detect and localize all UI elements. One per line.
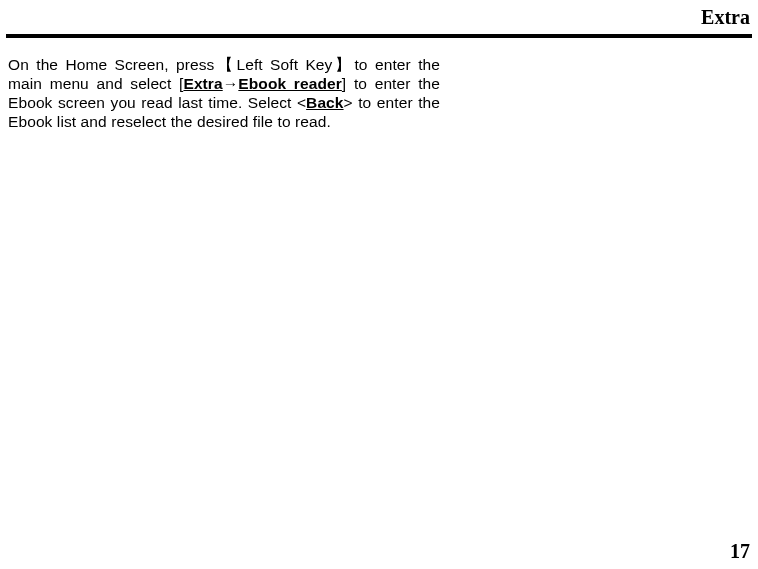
menu-path-extra: Extra [183, 75, 222, 92]
header-divider [6, 34, 752, 38]
arrow-icon: → [223, 75, 239, 92]
key-name: Left Soft Key [236, 56, 332, 73]
back-option: Back [306, 94, 343, 111]
menu-path-ebook: Ebook reader [238, 75, 342, 92]
bracket-open: 【 [214, 56, 236, 73]
page-number: 17 [730, 540, 750, 563]
text-segment: On the Home Screen, press [8, 56, 214, 73]
bracket-close: 】 [332, 56, 354, 73]
page-header-title: Extra [701, 6, 750, 29]
body-paragraph: On the Home Screen, press【Left Soft Key】… [8, 56, 440, 132]
